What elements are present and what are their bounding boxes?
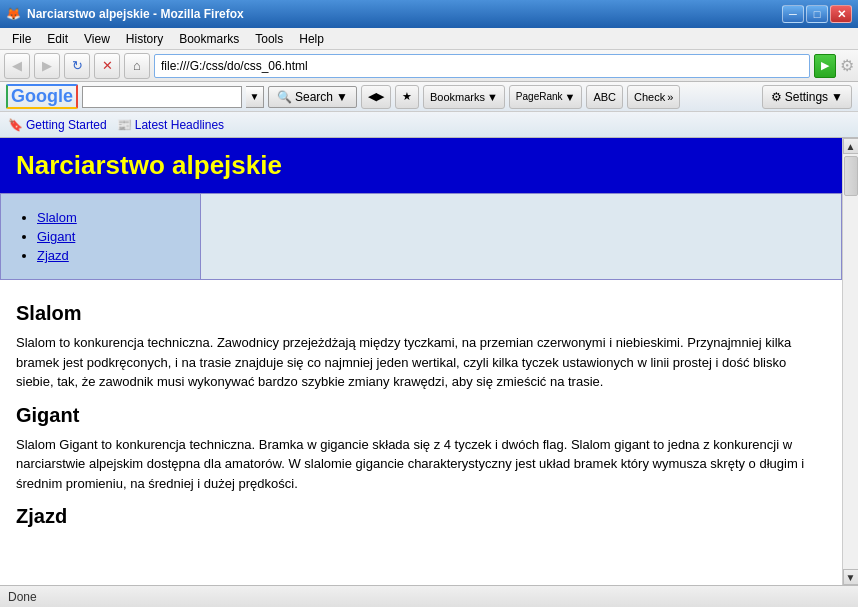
menu-help[interactable]: Help xyxy=(291,30,332,48)
nav-table: Slalom Gigant Zjazd xyxy=(0,193,842,280)
nav-icon-button[interactable]: ◀▶ xyxy=(361,85,391,109)
page-title: Narciarstwo alpejskie xyxy=(16,150,826,181)
check-button[interactable]: Check » xyxy=(627,85,680,109)
page-content[interactable]: Narciarstwo alpejskie Slalom Gigant Zjaz… xyxy=(0,138,842,585)
menu-bookmarks[interactable]: Bookmarks xyxy=(171,30,247,48)
reload-button[interactable]: ↻ xyxy=(64,53,90,79)
google-search-button[interactable]: 🔍 Search ▼ xyxy=(268,86,357,108)
forward-button[interactable]: ▶ xyxy=(34,53,60,79)
settings-button[interactable]: ⚙ Settings ▼ xyxy=(762,85,852,109)
slalom-title: Slalom xyxy=(16,302,826,325)
google-logo: Google xyxy=(6,84,78,109)
separator-icon: ⚙ xyxy=(840,56,854,75)
check-more-icon: » xyxy=(667,91,673,103)
nav-content-cell xyxy=(201,194,842,280)
bookmarks-arrow-icon: ▼ xyxy=(487,91,498,103)
maximize-button[interactable]: □ xyxy=(806,5,828,23)
bookmarks-button[interactable]: Bookmarks ▼ xyxy=(423,85,505,109)
scrollbar[interactable]: ▲ ▼ xyxy=(842,138,858,585)
titlebar: 🦊 Narciarstwo alpejskie - Mozilla Firefo… xyxy=(0,0,858,28)
gigant-text: Slalom Gigant to konkurencja techniczna.… xyxy=(16,435,826,494)
browser-icon: 🦊 xyxy=(6,7,21,21)
settings-arrow-icon: ▼ xyxy=(831,90,843,104)
search-icon: 🔍 xyxy=(277,90,292,104)
back-button[interactable]: ◀ xyxy=(4,53,30,79)
google-dropdown-button[interactable]: ▼ xyxy=(246,86,264,108)
menu-history[interactable]: History xyxy=(118,30,171,48)
google-toolbar: Google ▼ 🔍 Search ▼ ◀▶ ★ Bookmarks ▼ Pag… xyxy=(0,82,858,112)
minimize-button[interactable]: ─ xyxy=(782,5,804,23)
pagerank-arrow-icon: ▼ xyxy=(565,91,576,103)
menu-tools[interactable]: Tools xyxy=(247,30,291,48)
pagerank-button[interactable]: PageRank ▼ xyxy=(509,85,583,109)
gigant-title: Gigant xyxy=(16,404,826,427)
nav-link-zjazd[interactable]: Zjazd xyxy=(37,248,69,263)
status-text: Done xyxy=(8,590,37,604)
star-button[interactable]: ★ xyxy=(395,85,419,109)
settings-icon: ⚙ xyxy=(771,90,782,104)
window-title: Narciarstwo alpejskie - Mozilla Firefox xyxy=(27,7,782,21)
google-search-input[interactable] xyxy=(82,86,242,108)
bookmarks-toolbar: 🔖 Getting Started 📰 Latest Headlines xyxy=(0,112,858,138)
home-button[interactable]: ⌂ xyxy=(124,53,150,79)
close-button[interactable]: ✕ xyxy=(830,5,852,23)
nav-link-gigant[interactable]: Gigant xyxy=(37,229,75,244)
page-header: Narciarstwo alpejskie xyxy=(0,138,842,193)
menu-file[interactable]: File xyxy=(4,30,39,48)
zjazd-title: Zjazd xyxy=(16,505,826,528)
scroll-down-button[interactable]: ▼ xyxy=(843,569,859,585)
window-controls: ─ □ ✕ xyxy=(782,5,852,23)
stop-button[interactable]: ✕ xyxy=(94,53,120,79)
list-item: Gigant xyxy=(37,229,184,244)
content-area: Narciarstwo alpejskie Slalom Gigant Zjaz… xyxy=(0,138,858,585)
search-dropdown-arrow: ▼ xyxy=(336,90,348,104)
nav-list: Slalom Gigant Zjazd xyxy=(37,210,184,263)
list-item: Zjazd xyxy=(37,248,184,263)
menu-view[interactable]: View xyxy=(76,30,118,48)
bookmark-latest-headlines[interactable]: 📰 Latest Headlines xyxy=(117,118,224,132)
nav-cell: Slalom Gigant Zjazd xyxy=(1,194,201,280)
nav-link-slalom[interactable]: Slalom xyxy=(37,210,77,225)
bookmark-getting-started[interactable]: 🔖 Getting Started xyxy=(8,118,107,132)
slalom-text: Slalom to konkurencja techniczna. Zawodn… xyxy=(16,333,826,392)
bookmark-icon: 🔖 xyxy=(8,118,23,132)
scroll-up-button[interactable]: ▲ xyxy=(843,138,859,154)
statusbar: Done xyxy=(0,585,858,607)
address-bar[interactable] xyxy=(154,54,810,78)
main-content: Slalom Slalom to konkurencja techniczna.… xyxy=(0,280,842,550)
navigation-toolbar: ◀ ▶ ↻ ✕ ⌂ ▶ ⚙ xyxy=(0,50,858,82)
list-item: Slalom xyxy=(37,210,184,225)
menubar: File Edit View History Bookmarks Tools H… xyxy=(0,28,858,50)
rss-icon: 📰 xyxy=(117,118,132,132)
scroll-thumb[interactable] xyxy=(844,156,858,196)
spellcheck-icon-button[interactable]: ABC xyxy=(586,85,623,109)
go-button[interactable]: ▶ xyxy=(814,54,836,78)
menu-edit[interactable]: Edit xyxy=(39,30,76,48)
